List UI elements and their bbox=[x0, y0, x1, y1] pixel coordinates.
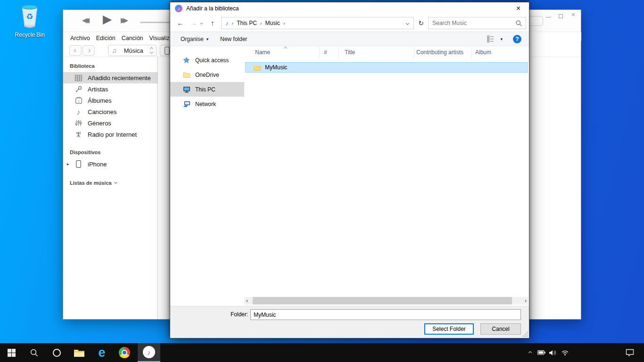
chevron-down-icon[interactable] bbox=[406, 21, 409, 25]
nav-pane-onedrive[interactable]: OneDrive bbox=[170, 67, 244, 82]
svg-text:♪: ♪ bbox=[78, 99, 80, 103]
maximize-icon[interactable] bbox=[559, 14, 563, 18]
start-button[interactable] bbox=[0, 343, 23, 362]
up-arrow-icon[interactable]: ↑ bbox=[211, 19, 215, 27]
menu-cancion[interactable]: Canción bbox=[122, 35, 143, 41]
battery-icon[interactable] bbox=[536, 343, 547, 362]
nav-pane-network[interactable]: Network bbox=[170, 97, 244, 111]
taskbar: e ♪ bbox=[0, 343, 644, 362]
internet-explorer-button[interactable]: e bbox=[91, 343, 113, 362]
resize-grip[interactable] bbox=[527, 336, 528, 337]
playlists-section-header[interactable]: Listas de música bbox=[63, 170, 157, 189]
sidebar-item-iphone[interactable]: ▸ iPhone bbox=[63, 158, 157, 170]
antenna-icon bbox=[74, 131, 83, 138]
column-album[interactable]: Album bbox=[475, 49, 491, 56]
taskbar-search-button[interactable] bbox=[23, 343, 45, 362]
up-down-chevrons-icon bbox=[150, 48, 153, 53]
folder-name-input[interactable] bbox=[250, 309, 521, 320]
minimize-icon[interactable] bbox=[546, 17, 551, 17]
star-icon bbox=[182, 57, 190, 64]
dialog-close-button[interactable]: × bbox=[508, 2, 529, 15]
sidebar-item-artistas[interactable]: Artistas bbox=[63, 83, 157, 95]
nav-pane-this-pc[interactable]: This PC bbox=[170, 82, 244, 97]
breadcrumb-music[interactable]: Music bbox=[265, 20, 280, 26]
menu-archivo[interactable]: Archivo bbox=[70, 35, 90, 41]
nav-pane-quick-access[interactable]: Quick access bbox=[170, 53, 244, 67]
scroll-right-icon[interactable]: › bbox=[523, 297, 528, 304]
network-icon bbox=[182, 101, 190, 107]
back-button[interactable] bbox=[69, 45, 82, 56]
computer-icon bbox=[182, 86, 190, 93]
caret-down-icon: ▾ bbox=[206, 37, 209, 41]
recycle-bin-desktop-icon[interactable]: ♻ Recycle Bin bbox=[11, 4, 48, 38]
sidebar-item-albumes[interactable]: ♪ Álbumes bbox=[63, 95, 157, 106]
sidebar-item-label: Géneros bbox=[88, 120, 111, 127]
breadcrumb-separator: › bbox=[232, 20, 234, 26]
close-icon: × bbox=[516, 4, 520, 13]
sidebar-item-label: Radio por Internet bbox=[88, 131, 137, 138]
help-icon[interactable]: ? bbox=[513, 35, 521, 43]
recycle-bin-icon: ♻ bbox=[19, 24, 41, 31]
organise-button[interactable]: Organise ▾ bbox=[181, 32, 208, 46]
recycle-bin-label: Recycle Bin bbox=[11, 32, 48, 38]
triangle-right-icon[interactable]: ▸ bbox=[67, 162, 69, 166]
scrollbar-thumb[interactable] bbox=[253, 297, 512, 304]
dialog-titlebar: ♪ Añadir a la biblioteca bbox=[170, 2, 529, 15]
rewind-icon[interactable]: ◀◀ bbox=[82, 16, 86, 25]
itunes-sidebar: Biblioteca Añadido recientemente Artista… bbox=[63, 57, 158, 319]
back-arrow-icon[interactable]: ← bbox=[177, 19, 184, 27]
dialog-footer: Folder: Select Folder Cancel bbox=[170, 306, 529, 338]
caret-down-icon[interactable]: ▾ bbox=[500, 35, 503, 43]
play-icon[interactable]: ▶ bbox=[103, 12, 112, 26]
sidebar-item-canciones[interactable]: ♪ Canciones bbox=[63, 106, 157, 117]
sidebar-item-label: Artistas bbox=[88, 86, 108, 93]
column-name[interactable]: Name bbox=[255, 49, 270, 56]
refresh-icon[interactable]: ↻ bbox=[416, 17, 426, 29]
sidebar-item-generos[interactable]: Géneros bbox=[63, 117, 157, 129]
file-explorer-button[interactable] bbox=[68, 343, 91, 362]
select-folder-button[interactable]: Select Folder bbox=[424, 323, 474, 335]
nav-pane-label: Network bbox=[195, 101, 216, 107]
breadcrumb-separator: › bbox=[283, 20, 285, 26]
music-note-icon: ♪ bbox=[225, 20, 229, 27]
volume-icon[interactable] bbox=[547, 343, 558, 362]
tray-chevron-up-icon[interactable] bbox=[524, 343, 536, 362]
list-view-icon[interactable] bbox=[487, 35, 494, 44]
cancel-button[interactable]: Cancel bbox=[480, 323, 521, 335]
search-icon[interactable] bbox=[516, 20, 522, 26]
forward-button[interactable] bbox=[83, 45, 95, 56]
file-row-mymusic[interactable]: MyMusic bbox=[245, 62, 528, 73]
dialog-nav-row: ← → ↑ ♪ › This PC › Music › ↻ bbox=[170, 15, 529, 32]
new-folder-button[interactable]: New folder bbox=[220, 32, 247, 46]
sidebar-item-anadido-recientemente[interactable]: Añadido recientemente bbox=[63, 72, 157, 83]
action-center-icon[interactable] bbox=[622, 343, 637, 362]
microphone-icon bbox=[74, 86, 83, 93]
column-title[interactable]: Title bbox=[345, 49, 355, 56]
file-name: MyMusic bbox=[265, 64, 287, 71]
close-icon[interactable]: × bbox=[571, 11, 575, 18]
chevron-down-icon bbox=[114, 181, 117, 184]
library-selector[interactable]: ♫ Música bbox=[108, 45, 157, 56]
itunes-taskbar-button[interactable]: ♪ bbox=[138, 343, 160, 362]
album-icon: ♪ bbox=[74, 97, 83, 104]
scroll-left-icon[interactable]: ‹ bbox=[244, 297, 250, 304]
dialog-search-box bbox=[428, 17, 526, 29]
wifi-icon[interactable] bbox=[559, 343, 570, 362]
windows-desktop: { "colors": { "accent": "#0078d7", "sele… bbox=[0, 0, 644, 362]
column-contributing-artists[interactable]: Contributing artists bbox=[416, 49, 463, 56]
itunes-app-icon: ♪ bbox=[175, 5, 182, 12]
horizontal-scrollbar[interactable]: ‹ › bbox=[244, 297, 528, 304]
column-number[interactable]: # bbox=[324, 49, 327, 56]
search-input[interactable] bbox=[429, 17, 509, 29]
breadcrumb-this-pc[interactable]: This PC bbox=[237, 20, 257, 26]
grid-icon bbox=[74, 75, 83, 81]
address-bar[interactable]: ♪ › This PC › Music › bbox=[221, 17, 414, 29]
dialog-title: Añadir a la biblioteca bbox=[186, 5, 239, 12]
chevron-down-icon[interactable] bbox=[200, 21, 203, 25]
fast-forward-icon[interactable]: ▶▶ bbox=[121, 16, 125, 25]
chrome-button[interactable] bbox=[113, 343, 136, 362]
sidebar-item-radio-por-internet[interactable]: Radio por Internet bbox=[63, 129, 157, 140]
menu-edicion[interactable]: Edición bbox=[96, 35, 116, 41]
forward-arrow-icon[interactable]: → bbox=[190, 19, 197, 27]
cortana-button[interactable] bbox=[45, 343, 68, 362]
